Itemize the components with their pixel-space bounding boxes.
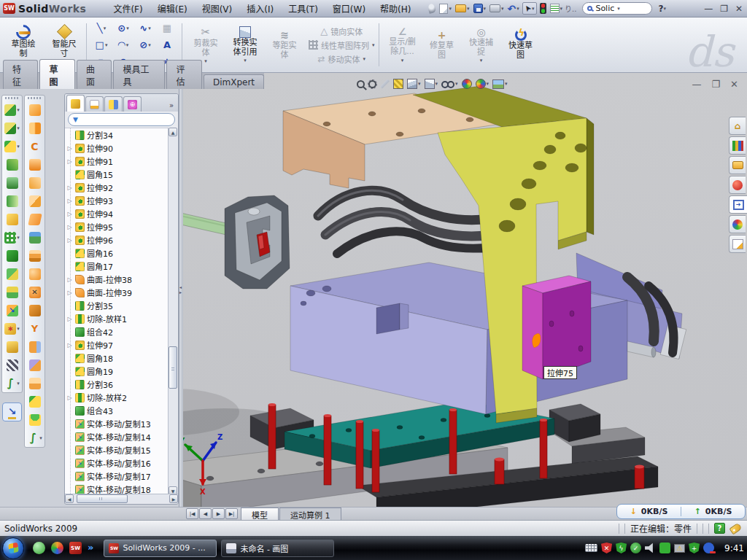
hide-show-items-icon-dropdown[interactable]: ▾ (455, 81, 458, 87)
tab-4[interactable]: 模具工具 (113, 60, 165, 89)
display-delete-relations-dropdown[interactable]: ▾ (401, 58, 404, 63)
linear-sketch-pattern-dropdown[interactable]: ▾ (372, 42, 375, 48)
tab-3[interactable]: 曲面 (77, 60, 112, 89)
undo-icon-button[interactable]: ↶▾ (507, 4, 520, 14)
freeform-button[interactable] (25, 265, 44, 283)
options-icon-button[interactable]: ▾ (549, 3, 564, 14)
sync-blocked-icon[interactable] (703, 542, 714, 553)
convert-entities-dropdown[interactable]: ▾ (244, 58, 247, 63)
linear-pattern-icon-dropdown[interactable]: ▾ (17, 235, 20, 241)
rebuild-icon-button[interactable] (539, 2, 547, 15)
expander-icon[interactable]: ▷ (66, 289, 73, 296)
tree-item-21[interactable]: ▷切除-放样2 (65, 391, 170, 404)
search-input[interactable]: Solic ▾ (582, 2, 652, 15)
scroll-right-button[interactable]: ▶ (169, 494, 178, 503)
tree-item-15[interactable]: ▷切除-放样1 (65, 312, 170, 325)
tags-icon[interactable] (729, 522, 742, 534)
surface-spline-icon-dropdown[interactable]: ▾ (39, 435, 42, 441)
menu-item-7[interactable]: 帮助(H) (374, 0, 417, 17)
phone-icon[interactable] (659, 542, 670, 553)
expander-icon[interactable]: ▷ (66, 316, 73, 322)
dome-button[interactable] (25, 411, 44, 429)
expander-icon[interactable]: ▷ (66, 394, 73, 401)
mirror-entities-button[interactable]: △镜向实体 (320, 26, 363, 37)
swept-surface-button[interactable] (25, 101, 44, 119)
offset-surface-button[interactable] (25, 192, 44, 210)
surface-fillet-button[interactable] (25, 392, 44, 411)
tree-item-11[interactable]: 圆角17 (65, 260, 170, 273)
overflow-chevron-icon[interactable]: » (88, 542, 93, 554)
menu-item-1[interactable]: 文件(F) (107, 0, 149, 17)
extruded-cut-icon-dropdown[interactable]: ▾ (17, 125, 20, 131)
save-icon-dropdown[interactable]: ▾ (484, 6, 487, 12)
antivirus-shield-icon[interactable]: ✕ (601, 542, 612, 553)
view-palette-tab[interactable]: ➔ (729, 195, 747, 214)
extruded-cut-button[interactable]: ▾ (2, 119, 22, 137)
line-icon-dropdown[interactable]: ▾ (104, 26, 107, 31)
boss-extrude-icon-dropdown[interactable]: ▾ (17, 107, 20, 113)
menu-item-6[interactable]: 窗口(W) (326, 0, 372, 17)
tree-vertical-scrollbar[interactable]: ▲ ▼ (168, 128, 177, 495)
model-tab-1[interactable]: 模型 (241, 508, 279, 521)
rapid-sketch-button[interactable]: 快速草 图 (501, 29, 541, 60)
tree-item-18[interactable]: 圆角18 (65, 351, 170, 365)
arc-button[interactable]: ◠▾ (112, 40, 134, 50)
close-button[interactable]: ✕ (735, 4, 743, 14)
circle-icon-dropdown[interactable]: ▾ (126, 26, 129, 31)
open-file-icon-dropdown[interactable]: ▾ (467, 6, 470, 12)
expander-icon[interactable]: ▷ (66, 211, 73, 217)
taskbar-window-2[interactable]: 未命名 - 画图 (221, 540, 334, 557)
swept-boss-button[interactable] (2, 155, 22, 174)
ellipse-button[interactable]: ⊘▾ (134, 40, 156, 50)
expander-icon[interactable]: ▷ (66, 276, 73, 283)
spline-icon-dropdown[interactable]: ▾ (148, 26, 151, 31)
tab-nav-2[interactable]: ◀ (199, 508, 212, 519)
tree-item-23[interactable]: ↘实体-移动/复制13 (65, 417, 170, 430)
fillet-feature-button[interactable]: ▾ (2, 137, 22, 155)
quick-snaps-button[interactable]: ◎快速捕 捉▾ (462, 26, 501, 63)
line-button[interactable]: ╲▾ (90, 23, 112, 33)
tree-item-9[interactable]: ▷拉伸96 (65, 233, 170, 246)
menu-item-5[interactable]: 工具(T) (282, 0, 325, 17)
linear-sketch-pattern-button[interactable]: 线性草图阵列▾ (309, 39, 375, 51)
file-explorer-tab[interactable] (729, 156, 746, 174)
tab-6[interactable]: DimXpert (204, 74, 264, 89)
taskbar-clock[interactable]: 9:41 (724, 543, 744, 553)
expander-icon[interactable]: ▷ (66, 158, 73, 165)
menu-item-3[interactable]: 视图(V) (196, 0, 239, 17)
expander-icon[interactable]: ▷ (66, 145, 73, 152)
replace-face-button[interactable] (25, 301, 44, 319)
minimize-button[interactable]: — (704, 4, 713, 14)
restore-button[interactable]: ❐ (720, 4, 728, 14)
revolved-surface-button[interactable] (25, 119, 44, 137)
view-orientation-button[interactable]: ▾ (425, 79, 438, 89)
zoom-area-button[interactable] (368, 80, 376, 88)
propertymanager-tab[interactable] (85, 96, 104, 112)
extruded-surface-button[interactable]: C (25, 137, 44, 155)
view-orientation-icon-dropdown[interactable]: ▾ (436, 81, 438, 87)
combine-bodies-button[interactable] (2, 246, 22, 265)
media-launcher-icon[interactable] (51, 542, 63, 554)
curve-button[interactable] (2, 356, 22, 374)
expander-icon[interactable]: ▷ (66, 342, 73, 349)
tree-item-22[interactable]: 组合43 (65, 404, 170, 417)
sectioned-insert[interactable] (181, 195, 290, 289)
exploded-mold-assembly[interactable]: Y Z X (181, 73, 747, 507)
view-settings-icon-dropdown[interactable]: ▾ (505, 81, 508, 87)
boss-extrude-button[interactable]: ▾ (2, 101, 22, 119)
messenger-icon[interactable] (33, 542, 45, 554)
linear-pattern-button[interactable]: ▾ (2, 228, 22, 246)
tree-item-17[interactable]: ▷拉伸97 (65, 338, 170, 351)
print-icon-button[interactable]: ▾ (489, 4, 505, 13)
tree-item-13[interactable]: ▷曲面-拉伸39 (65, 286, 170, 299)
tree-item-25[interactable]: ↘实体-移动/复制15 (65, 443, 170, 456)
move-copy-body-button[interactable]: ↘ (2, 301, 22, 319)
tab-nav-3[interactable]: ▶ (212, 508, 225, 519)
edit-appearance-button[interactable] (462, 79, 472, 89)
previous-view-button[interactable] (380, 79, 390, 89)
ruled-surface-button[interactable] (25, 228, 44, 246)
tree-item-20[interactable]: 分割36 (65, 378, 170, 391)
extend-surface-button[interactable] (25, 338, 44, 356)
tab-1[interactable]: 特征 (3, 60, 38, 89)
tree-item-24[interactable]: ↘实体-移动/复制14 (65, 430, 170, 443)
